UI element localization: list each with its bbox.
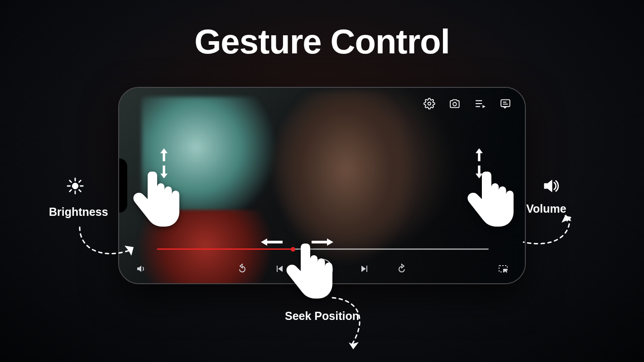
svg-point-0 bbox=[428, 102, 431, 105]
svg-rect-9 bbox=[503, 269, 507, 272]
svg-line-17 bbox=[79, 181, 81, 182]
dashed-arrow-icon bbox=[324, 294, 379, 348]
gear-icon[interactable] bbox=[423, 98, 435, 111]
progress-fill bbox=[157, 248, 293, 250]
speaker-small-icon[interactable] bbox=[135, 263, 146, 276]
brightness-label: Brightness bbox=[49, 205, 108, 219]
svg-point-10 bbox=[72, 183, 78, 189]
svg-line-18 bbox=[70, 190, 72, 192]
seek-label: Seek Position bbox=[0, 310, 644, 323]
hand-pointer-icon bbox=[280, 239, 334, 303]
phone-notch bbox=[118, 158, 127, 213]
svg-rect-5 bbox=[501, 100, 510, 106]
svg-line-15 bbox=[70, 181, 72, 182]
sun-icon bbox=[67, 177, 84, 196]
dashed-arrow-icon bbox=[75, 223, 134, 263]
skip-next-icon[interactable] bbox=[359, 263, 370, 276]
camera-icon[interactable] bbox=[449, 98, 461, 111]
page-title: Gesture Control bbox=[0, 22, 644, 61]
svg-point-1 bbox=[453, 102, 457, 106]
hand-pointer-icon bbox=[127, 167, 181, 231]
speaker-icon bbox=[543, 177, 560, 196]
caption-icon[interactable] bbox=[500, 98, 511, 111]
hand-pointer-icon bbox=[461, 167, 515, 231]
volume-label: Volume bbox=[526, 202, 566, 215]
forward-10-icon[interactable] bbox=[396, 263, 407, 276]
rewind-10-icon[interactable] bbox=[237, 263, 248, 276]
dashed-arrow-icon bbox=[520, 217, 574, 253]
pip-icon[interactable] bbox=[498, 263, 509, 276]
svg-line-16 bbox=[79, 190, 81, 192]
playlist-play-icon[interactable] bbox=[474, 98, 486, 111]
player-top-toolbar bbox=[423, 98, 511, 111]
